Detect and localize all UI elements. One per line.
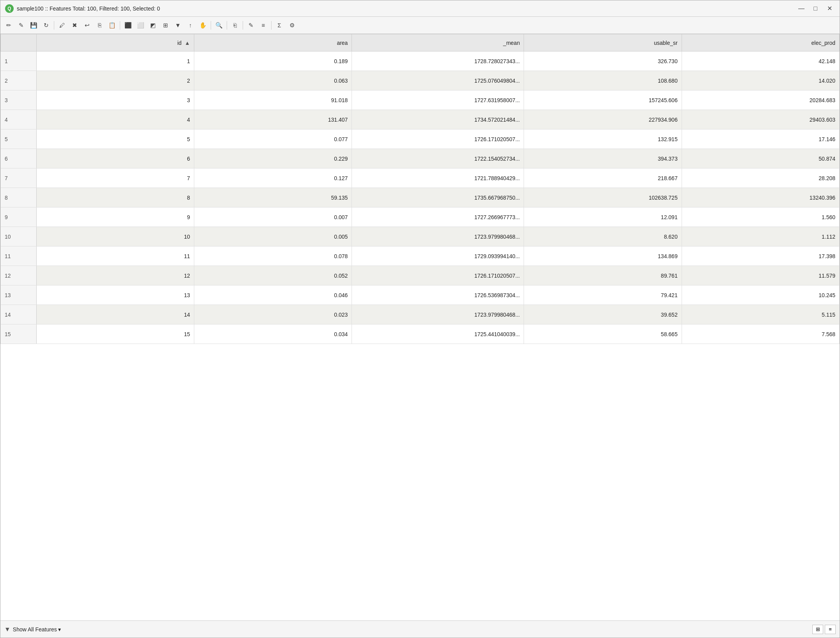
cell-usable-sr: 89.761 bbox=[524, 266, 682, 285]
cell-row-num: 12 bbox=[1, 266, 37, 285]
move-selection-button[interactable]: ↑ bbox=[185, 19, 196, 31]
table-row[interactable]: 8859.1351735.667968750...102638.72513240… bbox=[1, 188, 840, 207]
invert-selection-button[interactable]: ◩ bbox=[147, 19, 159, 31]
cell-area: 0.229 bbox=[194, 149, 352, 168]
cell-id: 13 bbox=[36, 285, 194, 305]
show-all-features-button[interactable]: Show All Features ▾ bbox=[13, 626, 61, 633]
cell-row-num: 15 bbox=[1, 324, 37, 344]
table-row[interactable]: 13130.0461726.536987304...79.42110.245 bbox=[1, 285, 840, 305]
select-all-button[interactable]: ⬛ bbox=[122, 19, 134, 31]
table-row[interactable]: 12120.0521726.171020507...89.76111.579 bbox=[1, 266, 840, 285]
minimize-button[interactable]: — bbox=[796, 4, 807, 13]
cell-elec-prod: 11.579 bbox=[682, 266, 839, 285]
sum-button[interactable]: Σ bbox=[273, 19, 285, 31]
table-row[interactable]: 14140.0231723.979980468...39.6525.115 bbox=[1, 305, 840, 324]
cell-area: 91.018 bbox=[194, 90, 352, 110]
cell-area: 0.078 bbox=[194, 246, 352, 266]
header-id[interactable]: id ▲ bbox=[36, 34, 194, 51]
cell-id: 4 bbox=[36, 110, 194, 129]
cell-row-num: 2 bbox=[1, 71, 37, 90]
zoom-all-button[interactable]: 🔍 bbox=[213, 19, 225, 31]
cell-id: 2 bbox=[36, 71, 194, 90]
cell-row-num: 1 bbox=[1, 51, 37, 71]
cell-id: 7 bbox=[36, 168, 194, 188]
save-button[interactable]: 💾 bbox=[28, 19, 39, 31]
cell-mean: 1723.979980468... bbox=[352, 305, 524, 324]
cell-mean: 1729.093994140... bbox=[352, 246, 524, 266]
toolbar: ✏ ✎ 💾 ↻ 🖊 ✖ ↩ ⎘ 📋 ⬛ ⬜ ◩ ⊞ ▼ ↑ ✋ 🔍 ⎗ ✎ ≡ … bbox=[0, 17, 840, 34]
cell-area: 0.063 bbox=[194, 71, 352, 90]
close-button[interactable]: ✕ bbox=[824, 4, 835, 13]
cell-row-num: 6 bbox=[1, 149, 37, 168]
cell-row-num: 10 bbox=[1, 227, 37, 246]
cell-elec-prod: 50.874 bbox=[682, 149, 839, 168]
table-row[interactable]: 220.0631725.076049804...108.68014.020 bbox=[1, 71, 840, 90]
table-row[interactable]: 3391.0181727.631958007...157245.60620284… bbox=[1, 90, 840, 110]
table-header: id ▲ area _mean usable_sr elec_prod bbox=[1, 34, 840, 51]
cell-elec-prod: 1.560 bbox=[682, 207, 839, 227]
filter-dropdown-button[interactable]: ▼ bbox=[172, 19, 184, 31]
paste-button[interactable]: 📋 bbox=[106, 19, 118, 31]
cell-id: 6 bbox=[36, 149, 194, 168]
title-bar: Q sample100 :: Features Total: 100, Filt… bbox=[0, 0, 840, 17]
action-button[interactable]: ⚙ bbox=[286, 19, 298, 31]
cell-mean: 1727.631958007... bbox=[352, 90, 524, 110]
window-controls: — □ ✕ bbox=[796, 4, 835, 13]
form-view-button[interactable]: ≡ bbox=[825, 625, 836, 634]
table-row[interactable]: 10100.0051723.979980468...8.6201.112 bbox=[1, 227, 840, 246]
cell-area: 0.005 bbox=[194, 227, 352, 246]
cell-id: 5 bbox=[36, 129, 194, 149]
conditional-button[interactable]: ≡ bbox=[258, 19, 269, 31]
reload-button[interactable]: ↻ bbox=[40, 19, 52, 31]
cell-elec-prod: 29403.603 bbox=[682, 110, 839, 129]
separator-3 bbox=[211, 21, 211, 30]
cell-row-num: 5 bbox=[1, 129, 37, 149]
cell-usable-sr: 8.620 bbox=[524, 227, 682, 246]
delete-feature-button[interactable]: ✖ bbox=[69, 19, 80, 31]
edit-toggle-button[interactable]: ✎ bbox=[15, 19, 27, 31]
cell-id: 10 bbox=[36, 227, 194, 246]
table-row[interactable]: 990.0071727.266967773...12.0911.560 bbox=[1, 207, 840, 227]
add-feature-button[interactable]: 🖊 bbox=[56, 19, 68, 31]
cell-row-num: 8 bbox=[1, 188, 37, 207]
pan-button[interactable]: ✋ bbox=[197, 19, 209, 31]
cell-area: 0.052 bbox=[194, 266, 352, 285]
edit-field-button[interactable]: ✎ bbox=[245, 19, 257, 31]
cell-elec-prod: 5.115 bbox=[682, 305, 839, 324]
maximize-button[interactable]: □ bbox=[810, 4, 821, 13]
cell-row-num: 14 bbox=[1, 305, 37, 324]
cell-usable-sr: 102638.725 bbox=[524, 188, 682, 207]
cell-id: 8 bbox=[36, 188, 194, 207]
table-row[interactable]: 660.2291722.154052734...394.37350.874 bbox=[1, 149, 840, 168]
deselect-button[interactable]: ⬜ bbox=[135, 19, 146, 31]
table-row[interactable]: 770.1271721.788940429...218.66728.208 bbox=[1, 168, 840, 188]
edit-pencil-button[interactable]: ✏ bbox=[3, 19, 14, 31]
cell-mean: 1721.788940429... bbox=[352, 168, 524, 188]
status-right: ⊞ ≡ bbox=[812, 625, 836, 634]
copy-button[interactable]: ⎘ bbox=[94, 19, 105, 31]
cell-mean: 1726.171020507... bbox=[352, 266, 524, 285]
cell-mean: 1735.667968750... bbox=[352, 188, 524, 207]
undo-button[interactable]: ↩ bbox=[81, 19, 93, 31]
header-area[interactable]: area bbox=[194, 34, 352, 51]
header-elec-prod[interactable]: elec_prod bbox=[682, 34, 839, 51]
cell-area: 59.135 bbox=[194, 188, 352, 207]
table-row[interactable]: 550.0771726.171020507...132.91517.146 bbox=[1, 129, 840, 149]
cell-area: 0.023 bbox=[194, 305, 352, 324]
cell-usable-sr: 79.421 bbox=[524, 285, 682, 305]
main-window: Q sample100 :: Features Total: 100, Filt… bbox=[0, 0, 840, 638]
table-container[interactable]: id ▲ area _mean usable_sr elec_prod bbox=[0, 34, 840, 620]
filter-button[interactable]: ⊞ bbox=[160, 19, 171, 31]
copy-cell-button[interactable]: ⎗ bbox=[229, 19, 241, 31]
table-row[interactable]: 44131.4071734.572021484...227934.9062940… bbox=[1, 110, 840, 129]
cell-elec-prod: 10.245 bbox=[682, 285, 839, 305]
table-row[interactable]: 15150.0341725.441040039...58.6657.568 bbox=[1, 324, 840, 344]
header-usable-sr[interactable]: usable_sr bbox=[524, 34, 682, 51]
table-body: 110.1891728.728027343...326.73042.148220… bbox=[1, 51, 840, 344]
header-mean[interactable]: _mean bbox=[352, 34, 524, 51]
cell-usable-sr: 39.652 bbox=[524, 305, 682, 324]
table-view-button[interactable]: ⊞ bbox=[812, 625, 823, 634]
table-row[interactable]: 110.1891728.728027343...326.73042.148 bbox=[1, 51, 840, 71]
table-row[interactable]: 11110.0781729.093994140...134.86917.398 bbox=[1, 246, 840, 266]
cell-mean: 1727.266967773... bbox=[352, 207, 524, 227]
